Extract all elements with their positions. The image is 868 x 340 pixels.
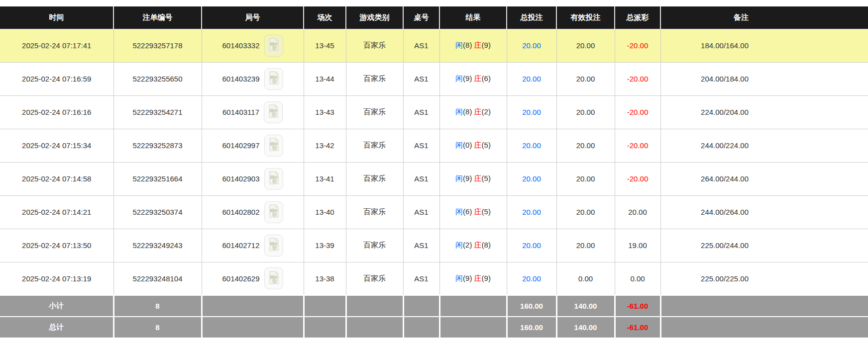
- result-banker-score: (9): [482, 274, 491, 282]
- cell-session: 13-39: [304, 229, 346, 262]
- video-replay-icon: [267, 104, 279, 120]
- result-banker-label: 庄: [474, 207, 482, 216]
- cell-table-no: AS1: [403, 162, 439, 195]
- subtotal-row-valid-bet: 140.00: [556, 295, 615, 317]
- cell-round-id: 601403117: [202, 95, 304, 129]
- cell-time: 2025-02-24 07:13:19: [0, 262, 113, 295]
- round-id-wrap: 601402802: [202, 201, 304, 223]
- table-header: 时间 注单编号 局号 场次 游戏类别 桌号 结果 总投注 有效投注 总派彩 备注: [0, 6, 868, 29]
- result-banker-label: 庄: [474, 107, 482, 116]
- col-header-session: 场次: [304, 6, 346, 29]
- cell-session: 13-44: [304, 62, 346, 95]
- grand-total-row-round-empty: [202, 317, 304, 338]
- video-replay-button[interactable]: [264, 68, 283, 90]
- result-player-score: (9): [463, 174, 474, 182]
- cell-game-type: 百家乐: [346, 229, 403, 262]
- video-replay-button[interactable]: [264, 35, 283, 57]
- grand-total-row-label: 总计: [0, 317, 113, 338]
- round-id-wrap: 601403117: [202, 101, 304, 123]
- cell-bet-id: 522293254271: [113, 95, 202, 129]
- result-banker-score: (6): [482, 74, 491, 83]
- result-player-score: (2): [463, 241, 474, 249]
- cell-remark: 204.00/184.00: [660, 62, 868, 95]
- cell-total-bet: 20.00: [507, 195, 556, 229]
- cell-table-no: AS1: [403, 95, 439, 129]
- cell-remark: 244.00/264.00: [660, 195, 868, 229]
- grand-total-row-payout: -61.00: [615, 317, 660, 338]
- round-id-value: 601403117: [222, 108, 259, 116]
- video-replay-button[interactable]: [264, 135, 283, 157]
- table-row: 2025-02-24 07:16:59522293255650601403239…: [0, 62, 868, 95]
- round-id-value: 601402629: [222, 274, 259, 283]
- cell-game-type: 百家乐: [346, 262, 403, 295]
- result-player-label: 闲: [455, 107, 463, 116]
- cell-round-id: 601403239: [202, 62, 304, 95]
- table-row: 2025-02-24 07:13:19522293248104601402629…: [0, 262, 868, 295]
- result-banker-label: 庄: [474, 274, 482, 282]
- result-player-label: 闲: [455, 141, 463, 149]
- cell-session: 13-45: [304, 29, 346, 62]
- cell-payout: 0.00: [615, 262, 660, 295]
- table-row: 2025-02-24 07:15:34522293252873601402997…: [0, 129, 868, 162]
- cell-result: 闲(0) 庄(5): [439, 129, 507, 162]
- cell-payout: -20.00: [615, 95, 660, 129]
- cell-session: 13-38: [304, 262, 346, 295]
- video-replay-button[interactable]: [264, 267, 283, 289]
- cell-game-type: 百家乐: [346, 95, 403, 129]
- subtotal-row-total-bet: 160.00: [507, 295, 556, 317]
- grand-total-row-total-bet: 160.00: [507, 317, 556, 338]
- cell-bet-id: 522293249243: [113, 229, 202, 262]
- result-banker-score: (2): [482, 107, 491, 116]
- cell-remark: 225.00/225.00: [660, 262, 868, 295]
- cell-table-no: AS1: [403, 129, 439, 162]
- round-id-wrap: 601402712: [202, 235, 304, 256]
- cell-payout: -20.00: [615, 162, 660, 195]
- grand-total-row-session-empty: [304, 317, 346, 338]
- cell-bet-id: 522293257178: [113, 29, 202, 62]
- cell-total-bet: 20.00: [507, 162, 556, 195]
- cell-result: 闲(8) 庄(9): [439, 29, 507, 62]
- video-replay-icon: [268, 238, 280, 253]
- cell-session: 13-41: [304, 162, 346, 195]
- cell-table-no: AS1: [403, 195, 439, 229]
- col-header-time: 时间: [0, 6, 113, 29]
- result-banker-score: (5): [482, 174, 491, 182]
- cell-game-type: 百家乐: [346, 62, 403, 95]
- cell-bet-id: 522293255650: [113, 62, 202, 95]
- cell-valid-bet: 20.00: [556, 29, 615, 62]
- grand-total-row: 总计8160.00140.00-61.00: [0, 317, 868, 338]
- grand-total-row-valid-bet: 140.00: [556, 317, 615, 338]
- result-banker-label: 庄: [474, 74, 482, 83]
- cell-game-type: 百家乐: [346, 195, 403, 229]
- col-header-valid-bet: 有效投注: [556, 6, 615, 29]
- video-replay-button[interactable]: [264, 201, 283, 223]
- result-player-score: (0): [463, 141, 474, 149]
- result-player-score: (6): [463, 207, 474, 216]
- video-replay-button[interactable]: [264, 101, 283, 123]
- cell-total-bet: 20.00: [507, 62, 556, 95]
- cell-remark: 244.00/224.00: [660, 129, 868, 162]
- bet-records-table: 时间 注单编号 局号 场次 游戏类别 桌号 结果 总投注 有效投注 总派彩 备注…: [0, 6, 868, 339]
- video-replay-button[interactable]: [264, 168, 283, 190]
- result-banker-score: (8): [482, 241, 491, 249]
- subtotal-row-game-empty: [346, 295, 403, 317]
- result-player-label: 闲: [455, 41, 463, 49]
- cell-table-no: AS1: [403, 62, 439, 95]
- video-replay-button[interactable]: [264, 235, 283, 256]
- cell-remark: 225.00/244.00: [660, 229, 868, 262]
- cell-remark: 264.00/244.00: [660, 162, 868, 195]
- video-replay-icon: [268, 204, 280, 220]
- cell-time: 2025-02-24 07:14:21: [0, 195, 113, 229]
- cell-round-id: 601402712: [202, 229, 304, 262]
- cell-bet-id: 522293251664: [113, 162, 202, 195]
- cell-time: 2025-02-24 07:16:16: [0, 95, 113, 129]
- round-id-wrap: 601402997: [202, 135, 304, 157]
- table-row: 2025-02-24 07:14:58522293251664601402903…: [0, 162, 868, 195]
- grand-total-row-result-empty: [439, 317, 507, 338]
- video-replay-icon: [268, 71, 280, 86]
- cell-game-type: 百家乐: [346, 129, 403, 162]
- result-banker-score: (5): [482, 141, 491, 149]
- cell-bet-id: 522293252873: [113, 129, 202, 162]
- cell-time: 2025-02-24 07:13:50: [0, 229, 113, 262]
- video-replay-icon: [268, 138, 280, 153]
